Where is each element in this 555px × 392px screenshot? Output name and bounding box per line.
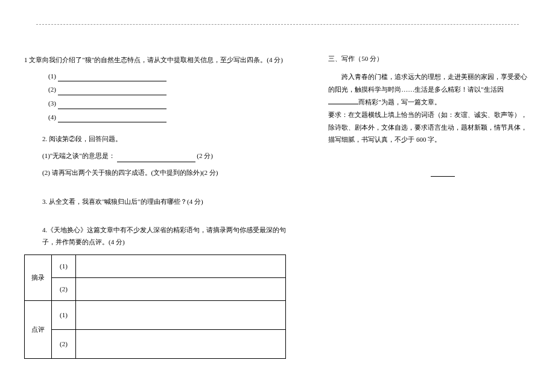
q1-item-3: (3)	[48, 98, 286, 109]
question-2-sub2: (2) 请再写出两个关于狼的四字成语。(文中提到的除外)(2 分)	[42, 167, 286, 179]
q1-blank-2	[58, 88, 166, 95]
writing-para1: 跨入青春的门槛，追求远大的理想，走进美丽的家园，享受爱心的阳光，触摸科学与时尚……	[328, 71, 531, 109]
table-row: 摘录 (1)	[25, 254, 286, 277]
q1-blank-1	[58, 74, 166, 81]
comment-num-1: (1)	[52, 300, 76, 329]
q2-sub1-score: (2 分)	[197, 152, 213, 159]
question-1: 1 文章向我们介绍了"狼"的自然生态特点，请从文中提取相关信息，至少写出四条。(…	[24, 54, 286, 66]
question-3: 3. 从全文看，我喜欢"喊狼归山后"的理由有哪些？(4 分)	[42, 196, 286, 208]
label-comment: 点评	[25, 300, 52, 358]
page-divider	[36, 24, 519, 25]
writing-title: 三、写作（50 分）	[328, 54, 531, 63]
title-blank	[328, 98, 358, 104]
q2-sub1-blank	[117, 155, 195, 162]
comment-cell-2	[76, 329, 286, 358]
left-column: 1 文章向我们介绍了"狼"的自然生态特点，请从文中提取相关信息，至少写出四条。(…	[24, 54, 286, 359]
question-2-sub1: (1)"无端之谈"的意思是： (2 分)	[42, 150, 286, 162]
excerpt-table: 摘录 (1) (2) 点评 (1) (2)	[24, 254, 286, 359]
q1-item-4-num: (4)	[48, 113, 56, 121]
q1-item-1: (1)	[48, 71, 286, 82]
q2-sub1-prefix: (1)"无端之谈"的意思是：	[42, 152, 115, 159]
q1-blank-4	[58, 115, 166, 122]
question-2-title: 2. 阅读第②段，回答问题。	[42, 133, 286, 145]
table-row: (2)	[25, 329, 286, 358]
comment-num-2: (2)	[52, 329, 76, 358]
excerpt-num-2: (2)	[52, 277, 76, 300]
q1-item-4: (4)	[48, 112, 286, 123]
q1-item-3-num: (3)	[48, 100, 56, 107]
essay-line	[431, 176, 455, 177]
q1-item-1-num: (1)	[48, 72, 56, 80]
excerpt-cell-2	[76, 277, 286, 300]
excerpt-num-1: (1)	[52, 254, 76, 277]
table-row: (2)	[25, 277, 286, 300]
excerpt-cell-1	[76, 254, 286, 277]
q1-item-2-num: (2)	[48, 86, 56, 93]
label-excerpt: 摘录	[25, 254, 52, 300]
q1-item-2: (2)	[48, 84, 286, 95]
q1-blank-3	[58, 102, 166, 109]
right-column: 三、写作（50 分） 跨入青春的门槛，追求远大的理想，走进美丽的家园，享受爱心的…	[328, 54, 531, 359]
writing-para1-suffix: 而精彩"为题，写一篇文章。	[358, 98, 441, 106]
table-row: 点评 (1)	[25, 300, 286, 329]
content-wrapper: 1 文章向我们介绍了"狼"的自然生态特点，请从文中提取相关信息，至少写出四条。(…	[24, 54, 531, 359]
question-4: 4.《天地换心》这篇文章中有不少发人深省的精彩语句，请摘录两句你感受最深的句子，…	[42, 224, 286, 248]
writing-para2: 要求：在文题横线上填上恰当的词语（如：友谊、诚实、歌声等），除诗歌、剧本外，文体…	[328, 109, 531, 147]
comment-cell-1	[76, 300, 286, 329]
writing-para1-text: 跨入青春的门槛，追求远大的理想，走进美丽的家园，享受爱心的阳光，触摸科学与时尚……	[328, 73, 527, 93]
